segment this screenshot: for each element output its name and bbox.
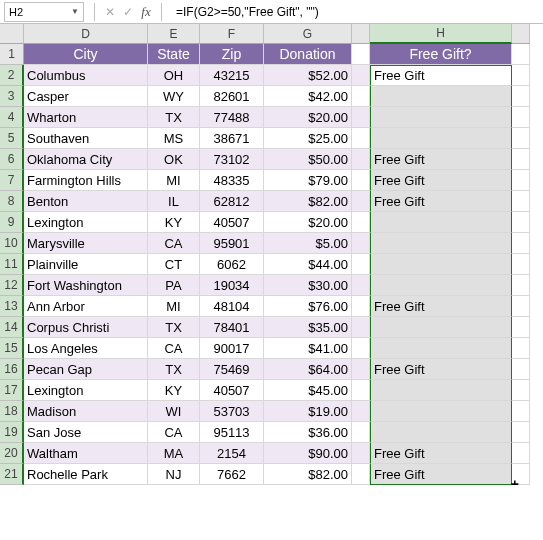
formula-input[interactable]: =IF(G2>=50,"Free Gift", ""): [168, 5, 543, 19]
cell-free-gift[interactable]: Free Gift: [370, 191, 512, 212]
cell-zip[interactable]: 73102: [200, 149, 264, 170]
cell-zip[interactable]: 95113: [200, 422, 264, 443]
cell-donation[interactable]: $42.00: [264, 86, 352, 107]
cell-state[interactable]: MA: [148, 443, 200, 464]
row-header-13[interactable]: 13: [0, 296, 24, 317]
cell-free-gift[interactable]: [370, 338, 512, 359]
cell-free-gift[interactable]: [370, 233, 512, 254]
cell-free-gift[interactable]: Free Gift: [370, 65, 512, 86]
cell-donation[interactable]: $20.00: [264, 107, 352, 128]
name-box[interactable]: H2 ▼: [4, 2, 84, 22]
cell-zip[interactable]: 75469: [200, 359, 264, 380]
cell-free-gift[interactable]: Free Gift: [370, 443, 512, 464]
cell-zip[interactable]: 78401: [200, 317, 264, 338]
chevron-down-icon[interactable]: ▼: [71, 7, 79, 16]
cell-city[interactable]: Fort Washington: [24, 275, 148, 296]
cell-free-gift[interactable]: [370, 317, 512, 338]
cell-free-gift[interactable]: Free Gift: [370, 149, 512, 170]
cell-city[interactable]: Marysville: [24, 233, 148, 254]
row-header-21[interactable]: 21: [0, 464, 24, 485]
cell-city[interactable]: Los Angeles: [24, 338, 148, 359]
cell-zip[interactable]: 40507: [200, 380, 264, 401]
cell-zip[interactable]: 48104: [200, 296, 264, 317]
cell-city[interactable]: Benton: [24, 191, 148, 212]
cell-state[interactable]: TX: [148, 359, 200, 380]
column-header-D[interactable]: D: [24, 24, 148, 44]
cell-free-gift[interactable]: [370, 107, 512, 128]
cell-free-gift[interactable]: Free Gift: [370, 296, 512, 317]
cell-city[interactable]: Columbus: [24, 65, 148, 86]
cell-donation[interactable]: $90.00: [264, 443, 352, 464]
row-header-2[interactable]: 2: [0, 65, 24, 86]
cell-state[interactable]: PA: [148, 275, 200, 296]
cell-city[interactable]: Casper: [24, 86, 148, 107]
cell-state[interactable]: MI: [148, 170, 200, 191]
cell-city[interactable]: Plainville: [24, 254, 148, 275]
cell-donation[interactable]: $5.00: [264, 233, 352, 254]
cell-free-gift[interactable]: [370, 401, 512, 422]
cell-donation[interactable]: $19.00: [264, 401, 352, 422]
cell-free-gift[interactable]: [370, 128, 512, 149]
row-header-12[interactable]: 12: [0, 275, 24, 296]
row-header-10[interactable]: 10: [0, 233, 24, 254]
cell-state[interactable]: KY: [148, 380, 200, 401]
row-header-19[interactable]: 19: [0, 422, 24, 443]
cell-free-gift[interactable]: Free Gift: [370, 359, 512, 380]
cell-zip[interactable]: 38671: [200, 128, 264, 149]
cell-free-gift[interactable]: [370, 380, 512, 401]
cell-donation[interactable]: $64.00: [264, 359, 352, 380]
cell-zip[interactable]: 7662: [200, 464, 264, 485]
cell-zip[interactable]: 62812: [200, 191, 264, 212]
row-header-9[interactable]: 9: [0, 212, 24, 233]
cell-state[interactable]: CA: [148, 233, 200, 254]
row-header-7[interactable]: 7: [0, 170, 24, 191]
cell-state[interactable]: WY: [148, 86, 200, 107]
column-header-F[interactable]: F: [200, 24, 264, 44]
row-header-20[interactable]: 20: [0, 443, 24, 464]
cell-donation[interactable]: $30.00: [264, 275, 352, 296]
cell-zip[interactable]: 43215: [200, 65, 264, 86]
row-header-3[interactable]: 3: [0, 86, 24, 107]
cell-zip[interactable]: 6062: [200, 254, 264, 275]
cell-zip[interactable]: 82601: [200, 86, 264, 107]
cell-city[interactable]: Pecan Gap: [24, 359, 148, 380]
cell-city[interactable]: Waltham: [24, 443, 148, 464]
cell-city[interactable]: Lexington: [24, 212, 148, 233]
row-header-8[interactable]: 8: [0, 191, 24, 212]
cell-donation[interactable]: $35.00: [264, 317, 352, 338]
column-header-E[interactable]: E: [148, 24, 200, 44]
cell-state[interactable]: OH: [148, 65, 200, 86]
cell-state[interactable]: TX: [148, 317, 200, 338]
cell-state[interactable]: MI: [148, 296, 200, 317]
row-header-14[interactable]: 14: [0, 317, 24, 338]
cell-free-gift[interactable]: [370, 422, 512, 443]
cell-state[interactable]: OK: [148, 149, 200, 170]
select-all-corner[interactable]: [0, 24, 24, 44]
cell-state[interactable]: TX: [148, 107, 200, 128]
cell-donation[interactable]: $20.00: [264, 212, 352, 233]
cell-city[interactable]: Farmington Hills: [24, 170, 148, 191]
cell-donation[interactable]: $82.00: [264, 191, 352, 212]
cell-donation[interactable]: $41.00: [264, 338, 352, 359]
row-header-1[interactable]: 1: [0, 44, 24, 65]
cell-donation[interactable]: $36.00: [264, 422, 352, 443]
cell-free-gift[interactable]: Free Gift: [370, 464, 512, 485]
cell-state[interactable]: CA: [148, 422, 200, 443]
cell-free-gift[interactable]: [370, 86, 512, 107]
fx-icon[interactable]: fx: [137, 4, 155, 20]
cell-zip[interactable]: 40507: [200, 212, 264, 233]
cell-donation[interactable]: $76.00: [264, 296, 352, 317]
cell-donation[interactable]: $82.00: [264, 464, 352, 485]
cell-city[interactable]: Oklahoma City: [24, 149, 148, 170]
row-header-15[interactable]: 15: [0, 338, 24, 359]
cell-state[interactable]: NJ: [148, 464, 200, 485]
cell-state[interactable]: IL: [148, 191, 200, 212]
spreadsheet-grid[interactable]: DEFGH1CityStateZipDonationFree Gift?2Col…: [0, 24, 543, 485]
cell-donation[interactable]: $45.00: [264, 380, 352, 401]
cell-free-gift[interactable]: [370, 275, 512, 296]
cell-zip[interactable]: 95901: [200, 233, 264, 254]
cell-state[interactable]: KY: [148, 212, 200, 233]
cell-donation[interactable]: $25.00: [264, 128, 352, 149]
cell-zip[interactable]: 53703: [200, 401, 264, 422]
cell-donation[interactable]: $79.00: [264, 170, 352, 191]
